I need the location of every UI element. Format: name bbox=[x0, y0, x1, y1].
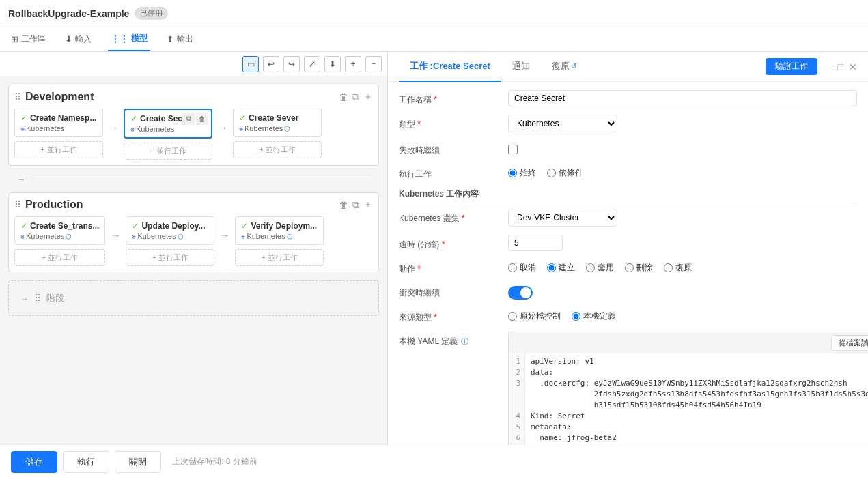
task-create-namespace[interactable]: ✓ Create Namesp... ⎈ Kubernetes bbox=[14, 109, 103, 137]
save-btn[interactable]: 儲存 bbox=[11, 451, 57, 473]
conflict-label: 衝突時繼續 bbox=[399, 283, 508, 299]
execute-condition-radio[interactable] bbox=[547, 169, 556, 177]
delete-stage-btn[interactable]: 🗑 bbox=[339, 91, 348, 103]
arrow-1-2: → bbox=[218, 109, 227, 133]
tab-input[interactable]: ⬇ 輸入 bbox=[62, 27, 94, 51]
task-copy-btn[interactable]: ⧉ bbox=[182, 113, 195, 125]
source-local-radio[interactable] bbox=[572, 312, 580, 321]
required-star-1: * bbox=[434, 95, 437, 104]
action-delete[interactable]: 刪除 bbox=[625, 262, 653, 274]
code-content[interactable]: apiVersion: v1 data: .dockercfg: eyJzW1w… bbox=[525, 353, 868, 446]
arrow-3-4: → bbox=[111, 216, 120, 241]
action-restore-radio[interactable] bbox=[664, 263, 673, 272]
action-create-radio[interactable] bbox=[547, 263, 556, 272]
delete-prod-stage-btn[interactable]: 🗑 bbox=[339, 199, 348, 211]
line-num-5 bbox=[513, 400, 520, 411]
copy-stage-btn[interactable]: ⧉ bbox=[352, 91, 359, 103]
task-create-sever[interactable]: ✓ Create Sever ⎈ Kubernetes ⬡ bbox=[233, 109, 322, 137]
task-create-sever-header: ✓ Create Sever bbox=[239, 113, 316, 123]
close-btn[interactable]: 關閉 bbox=[115, 451, 161, 473]
copy-prod-stage-btn[interactable]: ⧉ bbox=[352, 199, 359, 211]
parallel-btn-5[interactable]: + 並行工作 bbox=[235, 249, 324, 266]
action-delete-radio[interactable] bbox=[625, 263, 634, 272]
code-body: 1 2 3 4 5 6 7 8 bbox=[509, 353, 868, 446]
action-cancel-radio[interactable] bbox=[508, 263, 517, 272]
task-update-deploy[interactable]: ✓ Update Deploy... ⎈ Kubernetes ⬡ bbox=[126, 216, 214, 245]
action-cancel[interactable]: 取消 bbox=[508, 262, 536, 274]
k8s-icon-3: ⎈ bbox=[239, 125, 243, 132]
run-btn[interactable]: 執行 bbox=[63, 451, 109, 473]
source-raw-radio[interactable] bbox=[508, 312, 517, 321]
minimize-btn[interactable]: — bbox=[823, 61, 832, 72]
tab-notify-label: 通知 bbox=[512, 60, 530, 72]
source-raw[interactable]: 原始檔控制 bbox=[508, 310, 561, 322]
parallel-btn-4[interactable]: + 並行工作 bbox=[126, 249, 214, 266]
tab-restore[interactable]: 復原 ↺ bbox=[541, 52, 587, 82]
tab-workspace[interactable]: ⊞ 工作區 bbox=[8, 27, 48, 51]
add-prod-stage-btn[interactable]: ＋ bbox=[363, 199, 373, 211]
main-layout: ▭ ↩ ↪ ⤢ ⬇ ＋ － ⠿ Development 🗑 ⧉ bbox=[0, 52, 868, 446]
line-num-1: 1 bbox=[513, 356, 520, 367]
job-name-input[interactable] bbox=[508, 90, 857, 106]
download-btn[interactable]: ⬇ bbox=[324, 56, 341, 72]
yaml-label: 本機 YAML 定義 ⓘ bbox=[399, 332, 508, 347]
k8s-content-section: Kubernetes 工作內容 bbox=[399, 188, 857, 203]
check-6: ✓ bbox=[241, 221, 248, 231]
task-delete-btn[interactable]: 🗑 bbox=[196, 113, 208, 125]
line-numbers: 1 2 3 4 5 6 7 8 bbox=[509, 353, 525, 446]
line-num-4 bbox=[513, 389, 520, 400]
task-create-se-trans[interactable]: ✓ Create Se_trans... ⎈ Kubernetes ⬡ bbox=[14, 216, 105, 245]
rect-tool-btn[interactable]: ▭ bbox=[242, 56, 259, 72]
line-num-6: 4 bbox=[513, 411, 520, 422]
action-apply-radio[interactable] bbox=[586, 263, 595, 272]
close-panel-btn[interactable]: ✕ bbox=[849, 61, 857, 72]
code-line-5: h315sdf15h53108fds45h04fsd54h56h4In19 bbox=[531, 400, 868, 411]
status-badge: 已停用 bbox=[135, 7, 168, 20]
task-create-secret[interactable]: ✓ Create Secret ⎈ Kubernetes ⧉ 🗑 bbox=[124, 109, 212, 139]
source-local[interactable]: 本機定義 bbox=[572, 310, 616, 322]
task-verify-deploym[interactable]: ✓ Verify Deploym... ⎈ Kubernetes ⬡ bbox=[235, 216, 324, 245]
execute-always[interactable]: 始終 bbox=[508, 167, 536, 179]
tab-output[interactable]: ⬆ 輸出 bbox=[164, 27, 196, 51]
type-select[interactable]: Kubernetes bbox=[508, 115, 617, 132]
parallel-btn-2[interactable]: + 並行工作 bbox=[233, 141, 322, 158]
verify-btn[interactable]: 驗證工作 bbox=[766, 58, 817, 75]
right-tabs: 工作 :Create Secret 通知 復原 ↺ bbox=[399, 52, 587, 82]
parallel-btn-1[interactable]: + 並行工作 bbox=[124, 143, 212, 160]
action-apply[interactable]: 套用 bbox=[586, 262, 614, 274]
canvas-area[interactable]: ⠿ Development 🗑 ⧉ ＋ ✓ bbox=[0, 76, 387, 446]
timeout-input[interactable] bbox=[508, 235, 563, 251]
redo-btn[interactable]: ↪ bbox=[283, 56, 300, 72]
execute-condition[interactable]: 依條件 bbox=[547, 167, 583, 179]
parallel-btn-0[interactable]: + 並行工作 bbox=[14, 141, 103, 158]
fail-continue-checkbox[interactable] bbox=[508, 145, 518, 154]
timeout-label: 逾時 (分鐘) * bbox=[399, 235, 508, 250]
last-save-time: 上次儲存時間: 8 分鐘前 bbox=[172, 456, 257, 467]
source-type-label: 來源類型 * bbox=[399, 308, 508, 323]
k8s-icon-5: ⎈ bbox=[132, 233, 136, 240]
check-5: ✓ bbox=[132, 221, 139, 231]
code-line-8: name: jfrog-beta2 bbox=[531, 433, 868, 444]
line-num-7: 5 bbox=[513, 422, 520, 433]
k8s-cluster-select[interactable]: Dev-VKE-Cluster bbox=[508, 209, 617, 227]
action-create[interactable]: 建立 bbox=[547, 262, 575, 274]
parallel-btn-3[interactable]: + 並行工作 bbox=[14, 249, 105, 266]
link-icon-5: ⬡ bbox=[178, 233, 184, 240]
add-stage-btn[interactable]: ＋ bbox=[363, 91, 373, 103]
tab-model[interactable]: ⋮⋮ 模型 bbox=[108, 27, 150, 51]
input-icon: ⬇ bbox=[65, 34, 72, 44]
form-area: 工作名稱 * 類型 * Kubernetes bbox=[388, 82, 868, 446]
zoom-in-btn[interactable]: ＋ bbox=[345, 56, 361, 72]
undo-btn[interactable]: ↩ bbox=[263, 56, 279, 72]
tab-notify[interactable]: 通知 bbox=[501, 52, 541, 82]
k8s-cluster-label: Kubernetes 叢集 * bbox=[399, 209, 508, 225]
conflict-toggle[interactable] bbox=[508, 286, 533, 300]
restore-btn-sm[interactable]: □ bbox=[838, 61, 843, 72]
zoom-out-btn[interactable]: － bbox=[365, 56, 382, 72]
tab-job[interactable]: 工作 :Create Secret bbox=[399, 52, 501, 82]
expand-btn[interactable]: ⤢ bbox=[304, 56, 320, 72]
from-file-btn[interactable]: 從檔案讀取 bbox=[831, 335, 868, 351]
restore-icon: ↺ bbox=[571, 62, 576, 70]
execute-always-radio[interactable] bbox=[508, 169, 517, 177]
action-restore[interactable]: 復原 bbox=[664, 262, 692, 274]
